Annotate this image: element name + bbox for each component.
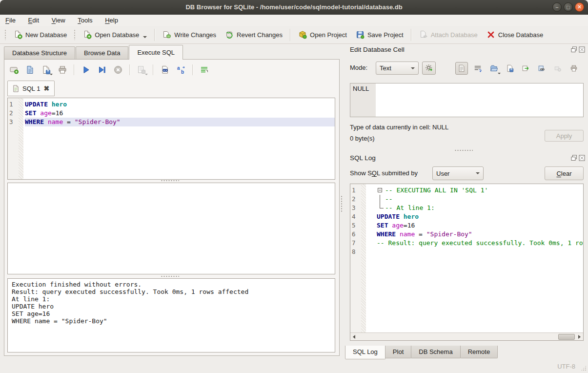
new-database-icon xyxy=(14,30,22,39)
menu-edit[interactable]: Edit xyxy=(23,15,44,26)
import-in-cell-button[interactable] xyxy=(487,62,500,75)
tab-browse-data[interactable]: Browse Data xyxy=(76,46,128,60)
resize-grip[interactable] xyxy=(581,365,587,371)
edit-cell-dock-title: Edit Database Cell xyxy=(350,46,405,53)
window-title: DB Browser for SQLite - /home/user/code/… xyxy=(0,0,588,15)
maximize-button[interactable]: □ xyxy=(564,2,573,12)
new-tab-icon xyxy=(9,65,19,75)
scroll-left-button[interactable] xyxy=(350,333,358,340)
execute-sql-panel: ab SQL 1 ✖ 1UPDATE hero2SET age=163WHERE… xyxy=(4,59,340,356)
menu-file[interactable]: File xyxy=(0,15,21,26)
scroll-right-button[interactable] xyxy=(576,333,583,340)
scrollbar-track[interactable] xyxy=(358,333,576,340)
sql-editor[interactable]: 1UPDATE hero2SET age=163WHERE name = "Sp… xyxy=(7,98,335,180)
gear-icon xyxy=(425,64,433,72)
close-dock-button[interactable] xyxy=(579,155,585,161)
chevron-down-icon xyxy=(143,36,147,38)
apply-button[interactable]: Apply xyxy=(545,130,584,142)
print-sql-button[interactable] xyxy=(57,64,68,76)
open-database-button[interactable]: Open Database xyxy=(79,28,151,41)
vertical-splitter[interactable] xyxy=(340,63,343,337)
replace-button[interactable]: ab xyxy=(175,64,187,76)
scrollbar-thumb[interactable] xyxy=(558,334,575,340)
submitter-select[interactable]: User xyxy=(432,166,484,180)
menu-view[interactable]: View xyxy=(46,15,71,26)
svg-text:a: a xyxy=(177,65,180,71)
set-null-button[interactable] xyxy=(551,62,564,75)
save-sql-file-button[interactable] xyxy=(41,64,52,76)
open-project-button[interactable]: Open Project xyxy=(294,28,351,41)
stop-execution-button[interactable] xyxy=(112,64,124,76)
tab-execute-sql[interactable]: Execute SQL xyxy=(129,45,183,60)
tab-remote[interactable]: Remote xyxy=(460,346,498,358)
splitter-handle[interactable] xyxy=(161,275,179,278)
clear-log-button[interactable]: Clear xyxy=(545,166,584,180)
auto-apply-button[interactable] xyxy=(422,62,436,75)
print-cell-button[interactable] xyxy=(568,62,580,75)
word-wrap-icon xyxy=(474,64,482,72)
sql-log-view[interactable]: 1-- EXECUTING ALL IN 'SQL 1'2--3-- At li… xyxy=(350,184,584,341)
export-from-cell-button[interactable] xyxy=(504,62,516,75)
execution-message-pane[interactable]: Execution finished without errors.Result… xyxy=(7,278,335,352)
splitter-handle[interactable] xyxy=(161,180,179,182)
menubar: File Edit View Tools Help xyxy=(0,15,588,26)
toolbar-separator xyxy=(74,64,75,75)
sql-tab-label: SQL 1 xyxy=(22,85,40,92)
float-dock-button[interactable] xyxy=(571,46,577,53)
titlebar[interactable]: DB Browser for SQLite - /home/user/code/… xyxy=(0,0,588,15)
close-icon: ✕ xyxy=(577,4,582,10)
submitter-value: User xyxy=(436,170,449,177)
word-wrap-cell-button[interactable] xyxy=(471,62,484,75)
new-database-button[interactable]: New Database xyxy=(9,28,71,41)
arrow-left-icon xyxy=(353,335,355,339)
save-results-button[interactable] xyxy=(136,64,147,76)
apply-export-button[interactable] xyxy=(519,62,532,75)
close-button[interactable]: ✕ xyxy=(575,2,584,12)
sql-tab[interactable]: SQL 1 ✖ xyxy=(7,81,55,96)
tab-sql-log[interactable]: SQL Log xyxy=(345,346,385,359)
attach-database-icon xyxy=(419,30,428,39)
tab-db-schema[interactable]: DB Schema xyxy=(411,346,460,358)
horizontal-scrollbar[interactable] xyxy=(350,332,583,340)
results-pane[interactable] xyxy=(7,183,335,274)
svg-text:b: b xyxy=(181,69,184,75)
mode-select[interactable]: Text xyxy=(376,62,419,75)
attach-database-button[interactable]: Attach Database xyxy=(415,28,482,41)
save-project-button[interactable]: Save Project xyxy=(351,28,408,41)
main-tab-area: Database Structure Browse Data Execute S… xyxy=(4,45,340,356)
save-results-icon xyxy=(137,65,146,75)
minimize-button[interactable]: − xyxy=(552,2,562,12)
open-sql-tab-button[interactable] xyxy=(8,64,20,76)
text-view-button[interactable] xyxy=(455,62,468,75)
close-database-button[interactable]: Close Database xyxy=(482,28,548,41)
close-tab-icon[interactable]: ✖ xyxy=(43,85,49,92)
tab-database-structure[interactable]: Database Structure xyxy=(4,46,75,60)
open-database-icon xyxy=(83,30,92,39)
toolbar-separator xyxy=(129,64,130,75)
link-data-button[interactable] xyxy=(535,62,548,75)
revert-changes-button[interactable]: Revert Changes xyxy=(221,28,287,41)
dock-splitter-handle[interactable] xyxy=(454,149,473,152)
float-dock-button[interactable] xyxy=(571,155,577,161)
dock-area: Edit Database Cell Mode: Text xyxy=(343,44,588,361)
close-dock-button[interactable] xyxy=(579,46,585,53)
toolbar-drag-handle[interactable] xyxy=(4,29,7,40)
execute-current-line-button[interactable] xyxy=(96,64,108,76)
play-to-end-icon xyxy=(97,65,107,75)
word-wrap-button[interactable] xyxy=(199,64,210,76)
main-tabs: Database Structure Browse Data Execute S… xyxy=(4,45,183,60)
toolbar-drag-handle[interactable] xyxy=(74,29,76,40)
find-button[interactable] xyxy=(159,64,171,76)
tab-plot[interactable]: Plot xyxy=(385,346,411,358)
encoding-indicator: UTF-8 xyxy=(557,363,575,370)
menu-help[interactable]: Help xyxy=(100,15,123,26)
cell-size-info: 0 byte(s) xyxy=(350,135,375,142)
execute-all-button[interactable] xyxy=(80,64,92,76)
chevron-down-icon xyxy=(498,73,501,74)
write-changes-button[interactable]: Write Changes xyxy=(158,28,221,41)
open-sql-file-button[interactable] xyxy=(24,64,36,76)
cell-value-editor[interactable]: NULL xyxy=(350,83,584,117)
word-wrap-icon xyxy=(200,65,209,75)
menu-tools[interactable]: Tools xyxy=(72,15,98,26)
null-icon xyxy=(554,64,562,72)
